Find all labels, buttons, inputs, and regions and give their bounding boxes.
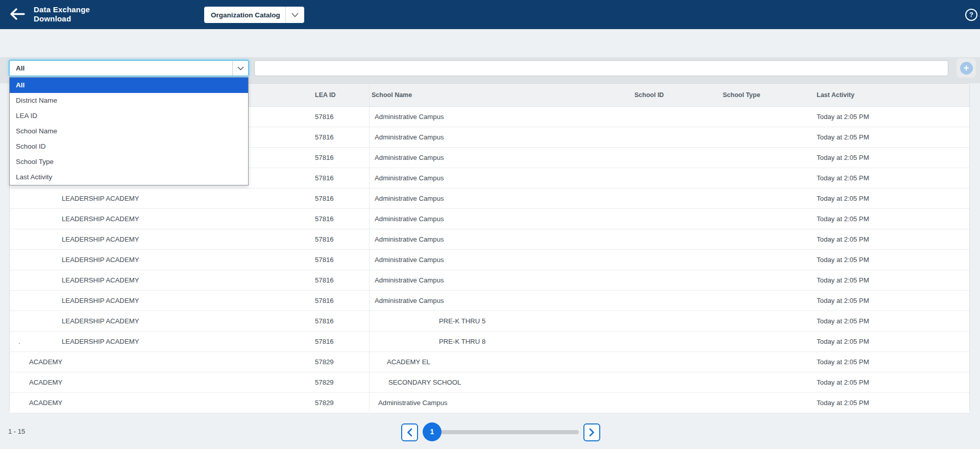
last-activity-cell: Today at 2:05 PM: [817, 127, 869, 147]
last-activity-cell: Today at 2:05 PM: [817, 148, 869, 168]
lea-id-cell: 57816: [315, 168, 334, 188]
lea-id-cell: 57816: [315, 291, 334, 311]
school-name-cell: Administrative Campus: [375, 107, 444, 127]
table-row[interactable]: LEADERSHIP ACADEMY57816Administrative Ca…: [10, 209, 969, 229]
lea-id-cell: 57829: [315, 352, 334, 372]
search-input[interactable]: [254, 60, 948, 76]
district-prefix: .: [18, 332, 20, 351]
filter-dropdown-option[interactable]: District Name: [10, 93, 248, 108]
district-cell: LEADERSHIP ACADEMY: [62, 270, 139, 290]
lea-id-cell: 57829: [315, 393, 334, 413]
filter-dropdown-option[interactable]: All: [10, 78, 248, 93]
school-name-cell: Administrative Campus: [375, 168, 444, 188]
back-button[interactable]: [8, 7, 27, 22]
district-cell: ACADEMY: [29, 393, 62, 413]
last-activity-cell: Today at 2:05 PM: [817, 250, 869, 270]
table-row[interactable]: LEADERSHIP ACADEMY57816Administrative Ca…: [10, 291, 969, 311]
chevron-right-icon: [589, 428, 595, 437]
lea-id-cell: 57816: [315, 148, 334, 168]
school-name-cell: Administrative Campus: [375, 209, 444, 229]
column-header[interactable]: School ID: [634, 84, 664, 106]
table-row[interactable]: ACADEMY57829SECONDARY SCHOOLToday at 2:0…: [10, 372, 969, 393]
filter-dropdown-option[interactable]: School Name: [10, 124, 248, 139]
last-activity-cell: Today at 2:05 PM: [817, 229, 869, 249]
district-cell: LEADERSHIP ACADEMY: [62, 250, 139, 270]
district-cell: LEADERSHIP ACADEMY: [62, 311, 139, 331]
district-cell: LEADERSHIP ACADEMY: [62, 332, 139, 351]
lea-id-cell: 57816: [315, 250, 334, 270]
catalog-selector[interactable]: Organization Catalog: [204, 7, 304, 23]
district-cell: LEADERSHIP ACADEMY: [62, 209, 139, 229]
page-range-label: 1 - 15: [8, 428, 25, 435]
filter-dropdown: AllDistrict NameLEA IDSchool NameSchool …: [9, 77, 249, 185]
column-header[interactable]: School Name: [372, 84, 412, 106]
lea-id-cell: 57816: [315, 127, 334, 147]
last-activity-cell: Today at 2:05 PM: [817, 168, 869, 188]
table-row[interactable]: ACADEMY57829Administrative CampusToday a…: [10, 393, 969, 413]
school-name-cell: Administrative Campus: [378, 393, 448, 413]
add-button[interactable]: +: [957, 58, 976, 78]
lea-id-cell: 57816: [315, 332, 334, 351]
school-name-cell: ACADEMY EL: [387, 352, 430, 372]
school-name-cell: Administrative Campus: [375, 270, 444, 290]
plus-icon: +: [960, 62, 973, 75]
filter-dropdown-option[interactable]: School ID: [10, 139, 248, 154]
school-name-cell: PRE-K THRU 5: [439, 311, 485, 331]
school-name-cell: Administrative Campus: [375, 127, 444, 147]
table-row[interactable]: LEADERSHIP ACADEMY57816Administrative Ca…: [10, 229, 969, 250]
last-activity-cell: Today at 2:05 PM: [817, 107, 869, 127]
last-activity-cell: Today at 2:05 PM: [817, 311, 869, 331]
question-mark-icon: ?: [969, 11, 973, 18]
last-activity-cell: Today at 2:05 PM: [817, 332, 869, 351]
next-page-button[interactable]: [583, 423, 600, 441]
column-divider: [369, 84, 370, 412]
last-activity-cell: Today at 2:05 PM: [817, 270, 869, 290]
filter-dropdown-option[interactable]: LEA ID: [10, 108, 248, 124]
last-activity-cell: Today at 2:05 PM: [817, 291, 869, 311]
lea-id-cell: 57816: [315, 188, 334, 208]
school-name-cell: SECONDARY SCHOOL: [388, 372, 461, 392]
column-header[interactable]: LEA ID: [315, 84, 336, 106]
chevron-down-icon: [232, 61, 248, 76]
district-cell: LEADERSHIP ACADEMY: [62, 291, 139, 311]
lea-id-cell: 57816: [315, 209, 334, 229]
app-root: Data Exchange Download Organization Cata…: [0, 0, 980, 449]
page-title: Data Exchange Download: [34, 5, 90, 23]
column-header[interactable]: School Type: [723, 84, 760, 106]
school-name-cell: Administrative Campus: [375, 188, 444, 208]
filter-field-select[interactable]: All: [9, 60, 249, 76]
table-row[interactable]: .LEADERSHIP ACADEMY57816PRE-K THRU 8Toda…: [10, 332, 969, 352]
school-name-cell: Administrative Campus: [375, 291, 444, 311]
filter-bar: Filter •••: [0, 29, 980, 57]
district-cell: LEADERSHIP ACADEMY: [62, 188, 139, 208]
district-cell: LEADERSHIP ACADEMY: [62, 229, 139, 249]
table-row[interactable]: ACADEMY57829ACADEMY ELToday at 2:05 PM: [10, 352, 969, 372]
lea-id-cell: 57816: [315, 107, 334, 127]
previous-page-button[interactable]: [401, 423, 418, 441]
pager-scrollbar-track[interactable]: [432, 430, 579, 434]
table-row[interactable]: LEADERSHIP ACADEMY57816Administrative Ca…: [10, 250, 969, 270]
last-activity-cell: Today at 2:05 PM: [817, 372, 869, 392]
filter-field-value: All: [10, 64, 232, 72]
catalog-selector-value: Organization Catalog: [204, 11, 285, 19]
table-row[interactable]: LEADERSHIP ACADEMY57816PRE-K THRU 5Today…: [10, 311, 969, 332]
filter-dropdown-option[interactable]: Last Activity: [10, 170, 248, 185]
help-button[interactable]: ?: [965, 9, 977, 21]
table-row[interactable]: LEADERSHIP ACADEMY57816Administrative Ca…: [10, 188, 969, 209]
last-activity-cell: Today at 2:05 PM: [817, 188, 869, 208]
school-name-cell: PRE-K THRU 8: [439, 332, 485, 351]
current-page-indicator[interactable]: 1: [423, 422, 442, 441]
last-activity-cell: Today at 2:05 PM: [817, 352, 869, 372]
last-activity-cell: Today at 2:05 PM: [817, 393, 869, 413]
column-header[interactable]: Last Activity: [817, 84, 854, 106]
last-activity-cell: Today at 2:05 PM: [817, 209, 869, 229]
school-name-cell: Administrative Campus: [375, 250, 444, 270]
table-row[interactable]: LEADERSHIP ACADEMY57816Administrative Ca…: [10, 270, 969, 291]
district-cell: ACADEMY: [29, 352, 62, 372]
filter-dropdown-option[interactable]: School Type: [10, 154, 248, 170]
page-title-line2: Download: [34, 14, 90, 23]
district-cell: ACADEMY: [29, 372, 62, 392]
back-arrow-icon: [9, 7, 26, 21]
lea-id-cell: 57816: [315, 229, 334, 249]
school-name-cell: Administrative Campus: [375, 229, 444, 249]
